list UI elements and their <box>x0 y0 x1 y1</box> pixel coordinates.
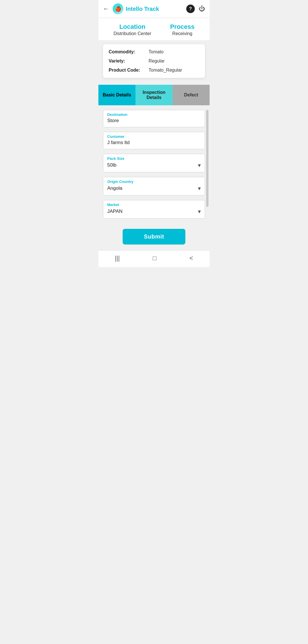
back-button[interactable]: ← <box>103 5 109 13</box>
commodity-card: Commodity: Tomato Variety: Regular Produ… <box>103 44 205 78</box>
location-block: Location Distribution Center <box>114 23 151 36</box>
top-bar: ← 🍎 Intello Track ? ⏻ <box>98 0 210 18</box>
process-block: Process Receiving <box>170 23 194 36</box>
location-process-bar: Location Distribution Center Process Rec… <box>98 18 210 40</box>
variety-key: Variety: <box>109 58 149 64</box>
product-code-row: Product Code: Tomato_Regular <box>109 68 199 73</box>
market-label: Market <box>107 203 201 207</box>
logo-emoji: 🍎 <box>115 6 121 12</box>
pack-size-value: 50lb <box>107 162 116 168</box>
origin-country-value: Angola <box>107 185 122 191</box>
submit-button[interactable]: Submit <box>123 229 185 245</box>
commodity-row: Commodity: Tomato <box>109 49 199 54</box>
top-icons: ? ⏻ <box>186 5 205 13</box>
power-button[interactable]: ⏻ <box>199 5 205 13</box>
pack-size-dropdown-arrow: ▾ <box>198 162 201 169</box>
scroll-indicator <box>206 110 208 207</box>
market-value: JAPAN <box>107 209 123 214</box>
customer-label: Customer <box>107 134 201 139</box>
destination-field[interactable]: Destination Store <box>103 110 205 127</box>
pack-size-label: Pack Size <box>107 156 201 161</box>
product-code-value: Tomato_Regular <box>149 68 182 73</box>
market-select[interactable]: JAPAN ▾ <box>107 208 201 215</box>
product-code-key: Product Code: <box>109 68 149 73</box>
process-label: Process <box>170 23 194 31</box>
app-title: Intello Track <box>126 6 184 12</box>
tab-defect[interactable]: Defect <box>173 85 210 105</box>
origin-country-select[interactable]: Angola ▾ <box>107 185 201 192</box>
origin-country-field[interactable]: Origin Country Angola ▾ <box>103 177 205 195</box>
submit-area: Submit <box>98 224 210 250</box>
pack-size-select[interactable]: 50lb ▾ <box>107 162 201 169</box>
commodity-value: Tomato <box>149 49 163 54</box>
pack-size-field[interactable]: Pack Size 50lb ▾ <box>103 154 205 172</box>
market-field[interactable]: Market JAPAN ▾ <box>103 200 205 219</box>
app-logo: 🍎 <box>113 3 123 14</box>
form-scroll-wrapper: Destination Store Customer J farms ltd P… <box>103 110 205 219</box>
destination-value: Store <box>107 118 201 124</box>
form-area: Destination Store Customer J farms ltd P… <box>98 105 210 224</box>
market-dropdown-arrow: ▾ <box>198 208 201 215</box>
customer-value: J farms ltd <box>107 140 201 146</box>
variety-value: Regular <box>149 58 165 64</box>
tab-basic-details[interactable]: Basic Details <box>98 85 135 105</box>
origin-country-dropdown-arrow: ▾ <box>198 185 201 192</box>
destination-label: Destination <box>107 112 201 117</box>
location-label: Location <box>114 23 151 31</box>
location-value: Distribution Center <box>114 31 151 36</box>
help-button[interactable]: ? <box>186 5 195 13</box>
process-value: Receiving <box>170 31 194 36</box>
variety-row: Variety: Regular <box>109 58 199 64</box>
tab-inspection-details[interactable]: Inspection Details <box>135 85 173 105</box>
origin-country-label: Origin Country <box>107 179 201 184</box>
bottom-nav: ||| □ < <box>98 250 210 267</box>
customer-field[interactable]: Customer J farms ltd <box>103 132 205 149</box>
bottom-back-icon[interactable]: < <box>189 255 193 262</box>
tabs-bar: Basic Details Inspection Details Defect <box>98 85 210 105</box>
commodity-key: Commodity: <box>109 49 149 54</box>
bottom-menu-icon[interactable]: ||| <box>115 255 120 262</box>
bottom-home-icon[interactable]: □ <box>153 255 157 262</box>
